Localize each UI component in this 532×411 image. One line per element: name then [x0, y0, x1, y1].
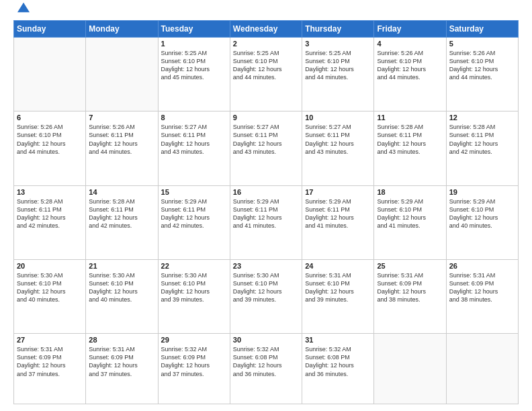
calendar-cell: 26Sunrise: 5:31 AM Sunset: 6:09 PM Dayli…	[446, 259, 518, 333]
day-number: 21	[89, 262, 154, 270]
day-number: 29	[161, 336, 227, 344]
calendar-cell: 30Sunrise: 5:32 AM Sunset: 6:08 PM Dayli…	[230, 334, 302, 404]
day-number: 13	[17, 188, 83, 196]
day-number: 25	[377, 262, 443, 270]
day-number: 20	[17, 262, 83, 270]
calendar-cell: 4Sunrise: 5:26 AM Sunset: 6:10 PM Daylig…	[374, 38, 446, 111]
calendar-cell: 29Sunrise: 5:32 AM Sunset: 6:09 PM Dayli…	[158, 334, 230, 404]
calendar-cell: 1Sunrise: 5:25 AM Sunset: 6:10 PM Daylig…	[158, 38, 230, 111]
svg-marker-0	[17, 3, 30, 12]
day-info: Sunrise: 5:29 AM Sunset: 6:11 PM Dayligh…	[305, 197, 371, 230]
calendar-cell	[374, 334, 446, 404]
calendar-cell: 28Sunrise: 5:31 AM Sunset: 6:09 PM Dayli…	[86, 334, 158, 404]
calendar-cell: 8Sunrise: 5:27 AM Sunset: 6:11 PM Daylig…	[158, 111, 230, 185]
day-number: 17	[305, 188, 371, 196]
calendar-cell: 17Sunrise: 5:29 AM Sunset: 6:11 PM Dayli…	[302, 185, 374, 259]
weekday-header-sunday: Sunday	[14, 21, 86, 38]
calendar-cell	[14, 38, 86, 111]
weekday-header-saturday: Saturday	[446, 21, 518, 38]
header	[13, 11, 519, 13]
day-info: Sunrise: 5:26 AM Sunset: 6:10 PM Dayligh…	[17, 123, 83, 156]
calendar-cell: 23Sunrise: 5:30 AM Sunset: 6:10 PM Dayli…	[230, 259, 302, 333]
day-info: Sunrise: 5:31 AM Sunset: 6:10 PM Dayligh…	[305, 271, 371, 304]
calendar-cell: 25Sunrise: 5:31 AM Sunset: 6:09 PM Dayli…	[374, 259, 446, 333]
week-row-4: 20Sunrise: 5:30 AM Sunset: 6:10 PM Dayli…	[14, 259, 519, 333]
day-info: Sunrise: 5:30 AM Sunset: 6:10 PM Dayligh…	[89, 271, 154, 304]
day-number: 14	[89, 188, 154, 196]
week-row-3: 13Sunrise: 5:28 AM Sunset: 6:11 PM Dayli…	[14, 185, 519, 259]
week-row-5: 27Sunrise: 5:31 AM Sunset: 6:09 PM Dayli…	[14, 334, 519, 404]
weekday-header-thursday: Thursday	[302, 21, 374, 38]
weekday-header-wednesday: Wednesday	[230, 21, 302, 38]
calendar-cell: 21Sunrise: 5:30 AM Sunset: 6:10 PM Dayli…	[86, 259, 158, 333]
calendar-cell: 18Sunrise: 5:29 AM Sunset: 6:10 PM Dayli…	[374, 185, 446, 259]
calendar-cell	[446, 334, 518, 404]
day-info: Sunrise: 5:29 AM Sunset: 6:10 PM Dayligh…	[377, 197, 443, 230]
day-number: 18	[377, 188, 443, 196]
calendar-cell: 6Sunrise: 5:26 AM Sunset: 6:10 PM Daylig…	[14, 111, 86, 185]
calendar-cell: 22Sunrise: 5:30 AM Sunset: 6:10 PM Dayli…	[158, 259, 230, 333]
calendar-cell: 7Sunrise: 5:26 AM Sunset: 6:11 PM Daylig…	[86, 111, 158, 185]
calendar-cell: 14Sunrise: 5:28 AM Sunset: 6:11 PM Dayli…	[86, 185, 158, 259]
page: SundayMondayTuesdayWednesdayThursdayFrid…	[0, 0, 532, 411]
calendar-cell: 11Sunrise: 5:28 AM Sunset: 6:11 PM Dayli…	[374, 111, 446, 185]
weekday-header-tuesday: Tuesday	[158, 21, 230, 38]
calendar-cell: 16Sunrise: 5:29 AM Sunset: 6:11 PM Dayli…	[230, 185, 302, 259]
day-number: 1	[161, 40, 227, 48]
day-info: Sunrise: 5:30 AM Sunset: 6:10 PM Dayligh…	[161, 271, 227, 304]
calendar-cell: 31Sunrise: 5:32 AM Sunset: 6:08 PM Dayli…	[302, 334, 374, 404]
day-number: 24	[305, 262, 371, 270]
day-info: Sunrise: 5:28 AM Sunset: 6:11 PM Dayligh…	[377, 123, 443, 156]
day-info: Sunrise: 5:27 AM Sunset: 6:11 PM Dayligh…	[161, 123, 227, 156]
day-info: Sunrise: 5:31 AM Sunset: 6:09 PM Dayligh…	[17, 345, 83, 378]
calendar-cell: 2Sunrise: 5:25 AM Sunset: 6:10 PM Daylig…	[230, 38, 302, 111]
day-number: 3	[305, 40, 371, 48]
calendar-cell: 12Sunrise: 5:28 AM Sunset: 6:11 PM Dayli…	[446, 111, 518, 185]
day-info: Sunrise: 5:29 AM Sunset: 6:11 PM Dayligh…	[233, 197, 299, 230]
calendar-cell: 27Sunrise: 5:31 AM Sunset: 6:09 PM Dayli…	[14, 334, 86, 404]
day-info: Sunrise: 5:28 AM Sunset: 6:11 PM Dayligh…	[449, 123, 515, 156]
day-info: Sunrise: 5:29 AM Sunset: 6:10 PM Dayligh…	[449, 197, 515, 230]
calendar-cell: 19Sunrise: 5:29 AM Sunset: 6:10 PM Dayli…	[446, 185, 518, 259]
calendar-cell: 3Sunrise: 5:25 AM Sunset: 6:10 PM Daylig…	[302, 38, 374, 111]
calendar-cell: 20Sunrise: 5:30 AM Sunset: 6:10 PM Dayli…	[14, 259, 86, 333]
day-number: 4	[377, 40, 443, 48]
calendar-cell: 15Sunrise: 5:29 AM Sunset: 6:11 PM Dayli…	[158, 185, 230, 259]
day-number: 26	[449, 262, 515, 270]
day-number: 5	[449, 40, 515, 48]
logo	[13, 11, 30, 13]
day-number: 9	[233, 113, 299, 122]
day-info: Sunrise: 5:28 AM Sunset: 6:11 PM Dayligh…	[89, 197, 154, 230]
day-number: 23	[233, 262, 299, 270]
day-info: Sunrise: 5:25 AM Sunset: 6:10 PM Dayligh…	[233, 49, 299, 82]
calendar-cell: 10Sunrise: 5:27 AM Sunset: 6:11 PM Dayli…	[302, 111, 374, 185]
day-info: Sunrise: 5:31 AM Sunset: 6:09 PM Dayligh…	[89, 345, 154, 378]
day-number: 27	[17, 336, 83, 344]
day-info: Sunrise: 5:26 AM Sunset: 6:10 PM Dayligh…	[377, 49, 443, 82]
day-info: Sunrise: 5:31 AM Sunset: 6:09 PM Dayligh…	[449, 271, 515, 304]
day-info: Sunrise: 5:28 AM Sunset: 6:11 PM Dayligh…	[17, 197, 83, 230]
calendar-cell: 5Sunrise: 5:26 AM Sunset: 6:10 PM Daylig…	[446, 38, 518, 111]
calendar-cell	[86, 38, 158, 111]
day-info: Sunrise: 5:26 AM Sunset: 6:11 PM Dayligh…	[89, 123, 154, 156]
day-info: Sunrise: 5:31 AM Sunset: 6:09 PM Dayligh…	[377, 271, 443, 304]
logo-icon	[17, 1, 30, 13]
day-info: Sunrise: 5:32 AM Sunset: 6:08 PM Dayligh…	[305, 345, 371, 378]
day-number: 22	[161, 262, 227, 270]
day-number: 10	[305, 113, 371, 122]
day-info: Sunrise: 5:25 AM Sunset: 6:10 PM Dayligh…	[305, 49, 371, 82]
weekday-header-row: SundayMondayTuesdayWednesdayThursdayFrid…	[14, 21, 519, 38]
day-number: 7	[89, 113, 154, 122]
day-number: 15	[161, 188, 227, 196]
day-info: Sunrise: 5:29 AM Sunset: 6:11 PM Dayligh…	[161, 197, 227, 230]
day-number: 12	[449, 113, 515, 122]
weekday-header-monday: Monday	[86, 21, 158, 38]
day-info: Sunrise: 5:30 AM Sunset: 6:10 PM Dayligh…	[17, 271, 83, 304]
day-info: Sunrise: 5:25 AM Sunset: 6:10 PM Dayligh…	[161, 49, 227, 82]
day-info: Sunrise: 5:30 AM Sunset: 6:10 PM Dayligh…	[233, 271, 299, 304]
calendar-cell: 9Sunrise: 5:27 AM Sunset: 6:11 PM Daylig…	[230, 111, 302, 185]
day-number: 11	[377, 113, 443, 122]
week-row-2: 6Sunrise: 5:26 AM Sunset: 6:10 PM Daylig…	[14, 111, 519, 185]
day-number: 30	[233, 336, 299, 344]
week-row-1: 1Sunrise: 5:25 AM Sunset: 6:10 PM Daylig…	[14, 38, 519, 111]
